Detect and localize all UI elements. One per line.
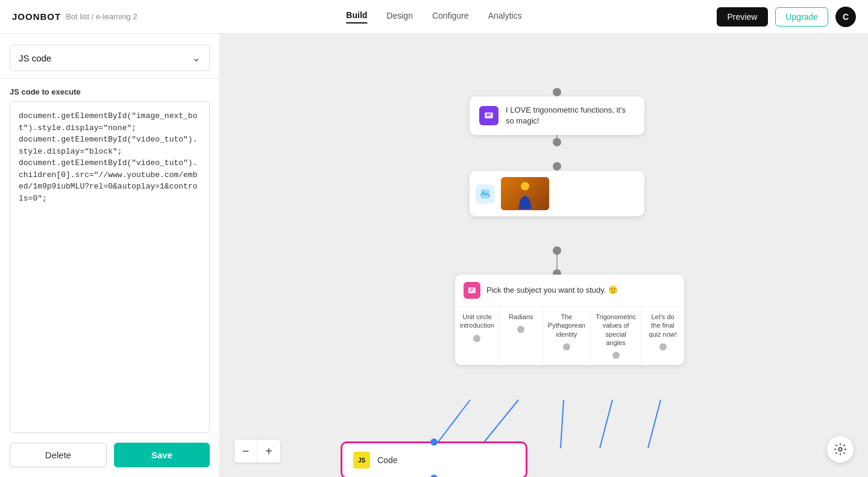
svg-line-4 [479,400,518,448]
quiz-option-dot-5 [659,343,667,351]
quiz-option-dot-3 [563,343,570,351]
code-node[interactable]: JS Code [341,441,527,477]
svg-line-6 [600,400,612,448]
sidebar-top: JS code ⌄ [0,34,219,79]
nav-design[interactable]: Design [386,11,413,23]
message-text-1: I LOVE trigonometric functions, it's so … [506,105,635,126]
code-node-bottom-dot [430,475,438,477]
quiz-prompt: Pick the subject you want to study. 🙂 [486,285,618,296]
quiz-option-dot-1 [473,335,480,342]
preview-button[interactable]: Preview [717,7,769,26]
zoom-out-button[interactable]: − [234,440,257,463]
quiz-header: Pick the subject you want to study. 🙂 [455,275,684,307]
image-node[interactable] [470,171,644,216]
js-code-dropdown[interactable]: JS code ⌄ [10,45,210,71]
main-layout: JS code ⌄ JS code to execute document.ge… [0,34,868,477]
quiz-option-4[interactable]: Trigonometric values of special angles [591,307,641,365]
logo: JOONBOT [12,11,61,22]
svg-line-7 [648,400,661,448]
nav-analytics[interactable]: Analytics [488,11,522,23]
header-actions: Preview Upgrade C [717,7,857,27]
connector-dot-3 [553,162,561,170]
quiz-option-2[interactable]: Radians [500,307,543,365]
breadcrumb: Bot list / e-learning 2 [66,12,137,21]
quiz-option-3[interactable]: The Pythagorean identity [543,307,591,365]
upgrade-button[interactable]: Upgrade [775,7,828,26]
code-editor[interactable]: document.getElementById("image_next_bot"… [10,101,210,433]
nav-build[interactable]: Build [346,10,367,23]
image-thumbnail [501,177,549,210]
image-icon [476,184,495,204]
save-button[interactable]: Save [114,443,210,467]
code-node-label: Code [377,455,397,465]
quiz-option-dot-2 [517,326,524,333]
message-icon [479,106,498,125]
canvas: I LOVE trigonometric functions, it's so … [220,34,868,477]
svg-line-3 [433,400,470,448]
quiz-option-5[interactable]: Let's do the final quiz now! [641,307,684,365]
dropdown-value: JS code [19,53,51,63]
settings-icon [834,443,847,456]
delete-button[interactable]: Delete [10,443,107,467]
code-section-label: JS code to execute [0,79,219,101]
avatar[interactable]: C [835,7,856,27]
svg-point-18 [838,447,842,451]
sidebar: JS code ⌄ JS code to execute document.ge… [0,34,220,477]
zoom-controls: − + [234,440,280,463]
code-node-top-dot [430,438,438,446]
nav-configure[interactable]: Configure [432,11,469,23]
connector-dot-4 [553,246,561,255]
quiz-icon [464,282,480,299]
header: JOONBOT Bot list / e-learning 2 Build De… [0,0,868,34]
svg-point-14 [521,182,529,190]
main-nav: Build Design Configure Analytics [346,10,521,23]
message-node-1[interactable]: I LOVE trigonometric functions, it's so … [470,96,644,135]
dropdown-arrow-icon: ⌄ [192,51,201,64]
sidebar-actions: Delete Save [0,433,219,477]
quiz-options: Unit circle introduction Radians The Pyt… [455,307,684,365]
connector-dot-1 [553,88,561,96]
connector-dot-2 [553,138,561,146]
settings-fab[interactable] [827,436,854,463]
zoom-in-button[interactable]: + [257,440,280,463]
js-badge: JS [353,452,370,469]
quiz-node[interactable]: Pick the subject you want to study. 🙂 Un… [455,275,684,365]
quiz-option-dot-4 [612,352,620,359]
quiz-option-1[interactable]: Unit circle introduction [455,307,500,365]
svg-line-5 [561,400,564,448]
